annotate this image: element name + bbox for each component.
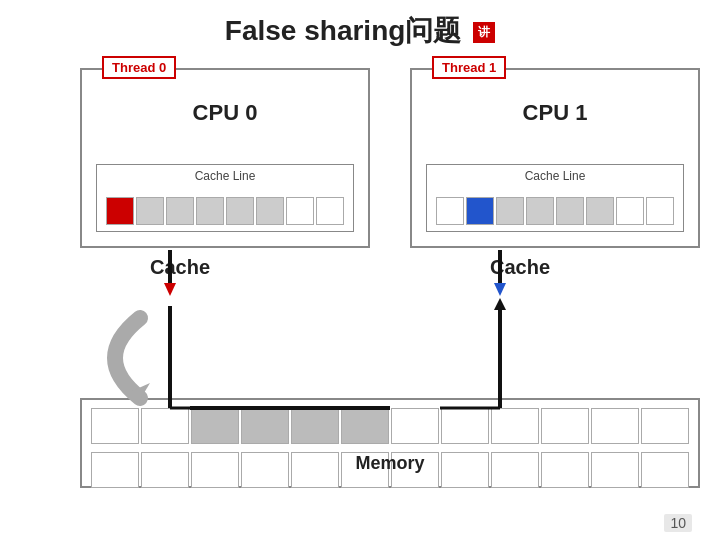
- page-title: False sharing问题 讲: [0, 0, 720, 58]
- cpu0-text: CPU 0: [193, 100, 258, 126]
- title-badge: 讲: [473, 22, 495, 43]
- thread1-label: Thread 1: [432, 56, 506, 79]
- cpu0-cell-2: [166, 197, 194, 225]
- cpu0-cell-6: [286, 197, 314, 225]
- cpu0-cache-line-box: Cache Line: [96, 164, 354, 232]
- cpu1-cell-5: [586, 197, 614, 225]
- cpu1-box: Thread 1 CPU 1 Cache Line: [410, 68, 700, 248]
- cpu1-cache-label: Cache: [490, 256, 550, 279]
- cpu0-cell-3: [196, 197, 224, 225]
- cpu0-cell-4: [226, 197, 254, 225]
- cpu0-cell-1: [136, 197, 164, 225]
- cpu1-cache-line-box: Cache Line: [426, 164, 684, 232]
- svg-marker-3: [494, 283, 506, 296]
- cpu1-cache-line-label: Cache Line: [525, 169, 586, 183]
- thread0-label: Thread 0: [102, 56, 176, 79]
- cpu0-cache-cells: [105, 197, 345, 225]
- cpu1-cell-7: [646, 197, 674, 225]
- memory-box: Memory: [80, 398, 700, 488]
- cpu0-box: Thread 0 CPU 0 Cache Line: [80, 68, 370, 248]
- svg-marker-1: [164, 283, 176, 296]
- cpu1-cell-3: [526, 197, 554, 225]
- cpu0-cell-7: [316, 197, 344, 225]
- cpu1-cell-0: [436, 197, 464, 225]
- cpu0-cache-label: Cache: [150, 256, 210, 279]
- page-number: 10: [664, 514, 692, 532]
- cpu1-cell-6: [616, 197, 644, 225]
- cpu1-cell-2: [496, 197, 524, 225]
- cpu1-cache-cells: [435, 197, 675, 225]
- cpu1-cell-4: [556, 197, 584, 225]
- cpu0-cell-5: [256, 197, 284, 225]
- mem-cells-top: [90, 408, 690, 444]
- cpu0-cache-line-label: Cache Line: [195, 169, 256, 183]
- diagram: Thread 0 CPU 0 Cache Line Thread 1 CPU 1…: [60, 58, 720, 498]
- memory-label: Memory: [355, 453, 424, 474]
- cpu1-cell-1: [466, 197, 494, 225]
- cpu1-text: CPU 1: [523, 100, 588, 126]
- svg-marker-6: [494, 298, 506, 310]
- cpu0-cell-0: [106, 197, 134, 225]
- title-text: False sharing问题: [225, 15, 462, 46]
